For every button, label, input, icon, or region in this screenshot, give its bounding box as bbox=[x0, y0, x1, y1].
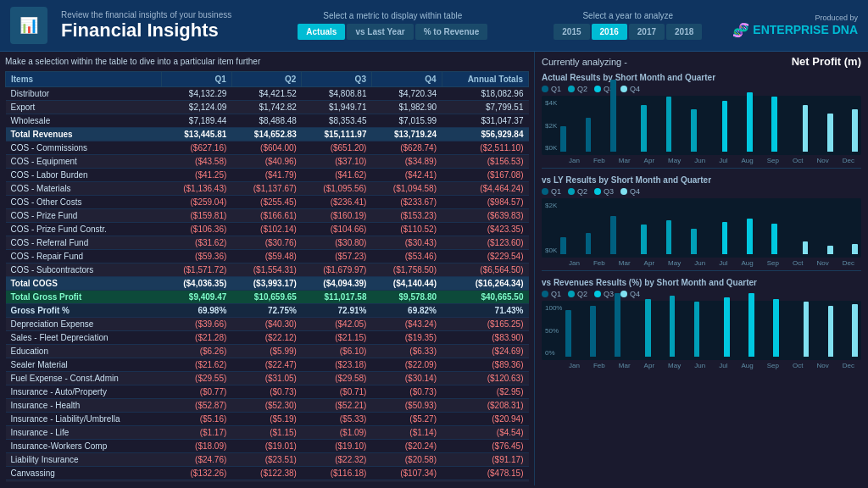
bar-group-month-0 bbox=[560, 237, 584, 254]
table-row[interactable]: COS - Materials($1,136.43)($1,137.67)($1… bbox=[6, 182, 529, 196]
table-row[interactable]: COS - Commissions($627.16)($604.00)($651… bbox=[6, 141, 529, 155]
bar-group-month-5 bbox=[685, 229, 709, 254]
bar-q1-m2 bbox=[610, 80, 616, 152]
table-row[interactable]: Total Gross Profit$9,409.47$10,659.65$11… bbox=[6, 291, 529, 304]
table-row[interactable]: Wholesale$7,189.44$8,488.48$8,353.45$7,0… bbox=[6, 114, 529, 128]
table-row[interactable]: Co-op Advertising fee($129.34)($129.16)(… bbox=[6, 480, 529, 483]
table-container[interactable]: Items Q1 Q2 Q3 Q4 Annual Totals Distribu… bbox=[5, 71, 529, 482]
chart-bars-1: $2K$0K bbox=[542, 198, 861, 258]
year-2018[interactable]: 2018 bbox=[666, 24, 702, 40]
bar-group-month-8 bbox=[760, 97, 783, 152]
chart-y-labels-1: $2K$0K bbox=[545, 202, 557, 254]
bar-group-month-11 bbox=[834, 109, 858, 152]
col-items: Items bbox=[6, 72, 162, 87]
bar-group-month-9 bbox=[786, 302, 810, 357]
legend-item-q1: Q1 bbox=[542, 187, 561, 196]
bar-q1-m0 bbox=[560, 126, 566, 152]
table-row[interactable]: Distributor$4,132.29$4,421.52$4,808.81$4… bbox=[6, 87, 529, 101]
bar-group-month-2 bbox=[610, 80, 634, 152]
bar-group-month-8 bbox=[761, 299, 785, 357]
year-selector: Select a year to analyze 2015 2016 2017 … bbox=[554, 11, 702, 40]
table-row[interactable]: Insurance - Liability/Umbrella($5.16)($5… bbox=[6, 413, 529, 426]
table-row[interactable]: Insurance - Life($1.17)($1.15)($1.09)($1… bbox=[6, 426, 529, 440]
bar-group-month-5 bbox=[685, 109, 709, 152]
bar-group-month-1 bbox=[590, 306, 614, 357]
table-row[interactable]: Depreciation Expense($39.66)($40.30)($42… bbox=[6, 318, 529, 331]
table-row[interactable]: Insurance - Auto/Property($0.77)($0.73)(… bbox=[6, 385, 529, 399]
analyzing-text: Currently analyzing - bbox=[542, 57, 627, 67]
bar-group-month-8 bbox=[760, 224, 783, 254]
table-row[interactable]: COS - Equipment($43.58)($40.96)($37.10)(… bbox=[6, 155, 529, 169]
table-body: Distributor$4,132.29$4,421.52$4,808.81$4… bbox=[6, 87, 529, 483]
app-header: 📊 Review the financial insights of your … bbox=[0, 0, 868, 52]
legend-item-q2: Q2 bbox=[568, 85, 587, 93]
legend-item-q1: Q1 bbox=[542, 290, 561, 298]
table-row[interactable]: Liability Insurance($24.76)($23.51)($22.… bbox=[6, 453, 529, 467]
bar-q4-m11 bbox=[852, 109, 858, 152]
chart-legend-1: Q1Q2Q3Q4 bbox=[542, 187, 861, 196]
table-row[interactable]: COS - Prize Fund Constr.($106.36)($102.1… bbox=[6, 223, 529, 236]
financial-table: Items Q1 Q2 Q3 Q4 Annual Totals Distribu… bbox=[5, 71, 529, 482]
bar-q1-m1 bbox=[586, 233, 592, 254]
table-row[interactable]: Gross Profit %69.98%72.75%72.91%69.82%71… bbox=[6, 304, 529, 318]
bar-q4-m9 bbox=[803, 241, 809, 254]
bar-group-month-1 bbox=[586, 233, 609, 254]
left-panel: Make a selection within the table to div… bbox=[0, 52, 534, 485]
bar-group-month-6 bbox=[709, 101, 733, 152]
table-row[interactable]: Export$2,124.09$1,742.82$1,949.71$1,982.… bbox=[6, 101, 529, 114]
table-row[interactable]: Total Revenues$13,445.81$14,652.83$15,11… bbox=[6, 128, 529, 141]
chart-title-0: Actual Results by Short Month and Quarte… bbox=[542, 73, 861, 82]
chart-area-1: $2K$0KJanFebMarAprMayJunJulAugSepOctNovD… bbox=[542, 198, 861, 267]
bar-q3-m6 bbox=[724, 297, 730, 357]
table-row[interactable]: Education($6.26)($5.99)($6.10)($6.33)($2… bbox=[6, 345, 529, 358]
chart-x-labels-0: JanFebMarAprMayJunJulAugSepOctNovDec bbox=[542, 157, 861, 164]
table-row[interactable]: COS - Other Costs($259.04)($255.45)($236… bbox=[6, 196, 529, 209]
metric-vs-last-year[interactable]: vs Last Year bbox=[347, 24, 413, 40]
bar-group-month-3 bbox=[635, 225, 659, 254]
bar-q3-m7 bbox=[747, 219, 753, 254]
bars-container-2 bbox=[565, 304, 858, 357]
table-row[interactable]: COS - Prize Fund($159.81)($166.61)($160.… bbox=[6, 209, 529, 223]
bar-q3-m7 bbox=[747, 92, 753, 152]
table-row[interactable]: Fuel Expense - Const.Admin($29.55)($31.0… bbox=[6, 372, 529, 385]
bar-group-month-7 bbox=[734, 92, 758, 152]
selection-hint: Make a selection within the table to div… bbox=[5, 55, 529, 68]
bar-group-month-3 bbox=[635, 105, 659, 152]
table-row[interactable]: COS - Referral Fund($31.62)($30.76)($30.… bbox=[6, 236, 529, 250]
table-row[interactable]: COS - Subcontractors($1,571.72)($1,554.3… bbox=[6, 263, 529, 277]
table-row[interactable]: Total COGS($4,036.35)($3,993.17)($4,094.… bbox=[6, 277, 529, 291]
bar-q4-m9 bbox=[804, 302, 810, 357]
table-row[interactable]: Insurance-Workers Comp($18.09)($19.01)($… bbox=[6, 440, 529, 453]
bar-q2-m4 bbox=[666, 220, 672, 254]
right-panel: Currently analyzing - Net Profit (m) Act… bbox=[534, 52, 868, 485]
bar-q4-m11 bbox=[852, 244, 858, 254]
bar-group-month-9 bbox=[784, 241, 808, 254]
year-2017[interactable]: 2017 bbox=[629, 24, 665, 40]
table-row[interactable]: Sales - Fleet Depreciation($21.28)($22.1… bbox=[6, 331, 529, 345]
bar-group-month-0 bbox=[565, 310, 589, 357]
chart-x-labels-1: JanFebMarAprMayJunJulAugSepOctNovDec bbox=[542, 259, 861, 267]
legend-item-q2: Q2 bbox=[568, 187, 587, 196]
metric-pct-revenue[interactable]: % to Revenue bbox=[415, 24, 488, 40]
bar-q2-m3 bbox=[645, 299, 651, 357]
table-row[interactable]: COS - Labor Burden($41.25)($41.79)($41.6… bbox=[6, 169, 529, 182]
bar-group-month-10 bbox=[809, 114, 832, 152]
year-2016[interactable]: 2016 bbox=[592, 24, 627, 40]
bar-q2-m4 bbox=[670, 296, 676, 357]
metric-actuals[interactable]: Actuals bbox=[298, 24, 345, 40]
metric-selector: Select a metric to display within table … bbox=[262, 11, 523, 40]
bar-group-month-6 bbox=[712, 297, 736, 357]
produced-brand: ENTERPRISE DNA bbox=[753, 23, 858, 36]
table-row[interactable]: COS - Repair Fund($59.36)($59.48)($57.23… bbox=[6, 250, 529, 263]
right-header: Currently analyzing - Net Profit (m) bbox=[542, 55, 861, 68]
bar-q2-m5 bbox=[691, 229, 697, 254]
table-row[interactable]: Insurance - Health($52.87)($52.30)($52.2… bbox=[6, 399, 529, 413]
metric-label: Select a metric to display within table bbox=[323, 11, 462, 20]
bar-q3-m8 bbox=[773, 299, 779, 357]
bar-group-month-4 bbox=[659, 220, 683, 254]
table-row[interactable]: Canvassing($132.26)($122.38)($116.18)($1… bbox=[6, 467, 529, 480]
charts-container: Actual Results by Short Month and Quarte… bbox=[542, 73, 861, 376]
bar-q3-m6 bbox=[722, 101, 728, 152]
year-2015[interactable]: 2015 bbox=[554, 24, 589, 40]
table-row[interactable]: Sealer Material($21.62)($22.47)($23.18)(… bbox=[6, 358, 529, 372]
